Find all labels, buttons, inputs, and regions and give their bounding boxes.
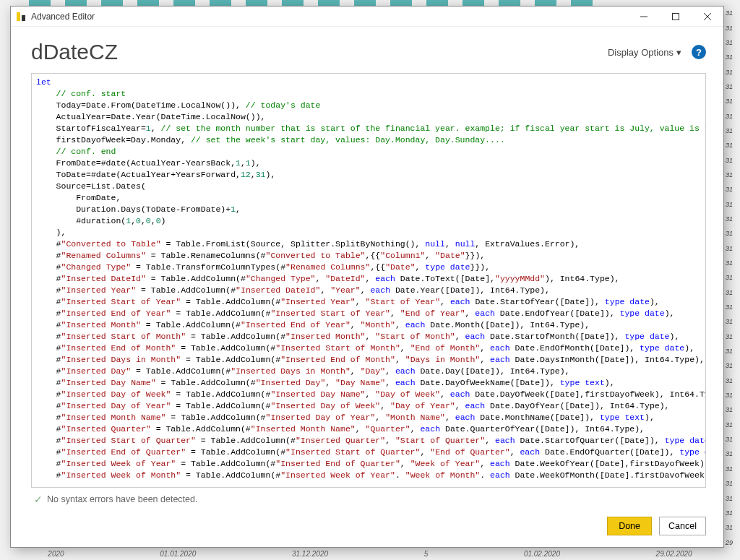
display-options-dropdown[interactable]: Display Options ▾ <box>608 47 681 58</box>
background-top-bars <box>0 0 740 6</box>
titlebar-title: Advanced Editor <box>31 12 628 22</box>
syntax-status-text: No syntax errors have been detected. <box>47 494 197 504</box>
dialog-header: dDateCZ Display Options ▾ ? <box>11 27 723 73</box>
svg-rect-1 <box>22 15 25 21</box>
syntax-status: ✓ No syntax errors have been detected. <box>11 494 723 511</box>
window-buttons <box>628 7 723 27</box>
advanced-editor-dialog: Advanced Editor dDateCZ Display Options … <box>10 6 724 548</box>
svg-rect-3 <box>673 13 679 20</box>
query-name-heading: dDateCZ <box>31 40 608 64</box>
maximize-button[interactable] <box>660 7 692 27</box>
chevron-down-icon: ▾ <box>676 47 681 58</box>
cancel-button[interactable]: Cancel <box>659 517 706 535</box>
code-editor[interactable]: let // conf. start Today=Date.From(DateT… <box>32 74 705 487</box>
check-icon: ✓ <box>34 494 43 505</box>
close-button[interactable] <box>692 7 723 27</box>
app-icon <box>15 11 27 22</box>
display-options-label: Display Options <box>608 47 674 58</box>
help-icon[interactable]: ? <box>692 45 706 59</box>
done-button[interactable]: Done <box>607 517 652 535</box>
svg-rect-0 <box>17 12 20 21</box>
dialog-footer: Done Cancel <box>11 511 723 547</box>
background-right-column: 3131313131313131313131313131313131313131… <box>726 6 739 550</box>
code-editor-container: let // conf. start Today=Date.From(DateT… <box>31 73 706 488</box>
minimize-button[interactable] <box>628 7 660 27</box>
titlebar: Advanced Editor <box>11 7 723 27</box>
background-bottom-row: 202001.01.202031.12.2020501.02.202029.02… <box>0 550 740 560</box>
